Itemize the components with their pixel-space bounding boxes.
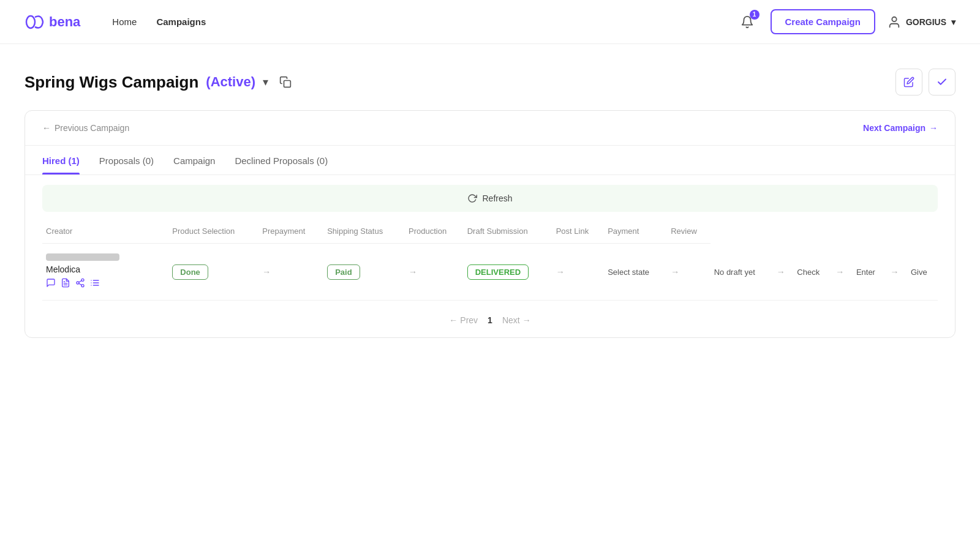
next-page-link[interactable]: Next → <box>502 315 531 325</box>
arrow-icon: → <box>890 267 899 277</box>
draft-submission-value: No draft yet <box>714 268 755 277</box>
navbar: bena Home Campaigns 1 Create Campaign GO… <box>0 0 980 44</box>
creator-name: Melodica <box>46 264 165 274</box>
col-review: Review <box>667 222 710 244</box>
copy-icon[interactable] <box>276 72 295 92</box>
arrow-right-icon: → <box>929 123 938 133</box>
col-draft-submission: Draft Submission <box>464 222 552 244</box>
campaign-header: Spring Wigs Campaign (Active) ▾ <box>24 69 956 96</box>
user-menu[interactable]: GORGIUS ▾ <box>888 15 956 29</box>
current-page: 1 <box>488 315 492 325</box>
document-icon[interactable] <box>61 278 70 290</box>
draft-submission-cell: No draft yet <box>710 244 773 301</box>
share-icon[interactable] <box>75 278 85 290</box>
svg-rect-2 <box>284 81 291 88</box>
col-prepayment: Prepayment <box>258 222 323 244</box>
prev-campaign-link[interactable]: ← Previous Campaign <box>42 123 129 133</box>
prev-page-link[interactable]: ← Prev <box>449 315 478 325</box>
product-selection-badge[interactable]: Done <box>172 264 208 280</box>
campaign-title-row: Spring Wigs Campaign (Active) ▾ <box>24 72 295 92</box>
table-row: Melodica <box>42 244 938 301</box>
notification-button[interactable]: 1 <box>736 11 758 33</box>
arrow-cell-5: → <box>773 244 794 301</box>
page-content: Spring Wigs Campaign (Active) ▾ <box>0 44 980 338</box>
arrow-icon: → <box>556 267 565 277</box>
user-chevron-icon: ▾ <box>951 17 956 27</box>
next-campaign-label: Next Campaign <box>863 123 925 133</box>
arrow-left-icon: ← <box>42 123 51 133</box>
svg-line-9 <box>79 280 82 282</box>
logo[interactable]: bena <box>24 11 80 33</box>
shipping-badge[interactable]: DELIVERED <box>467 264 529 280</box>
tab-campaign[interactable]: Campaign <box>173 146 215 174</box>
tab-proposals[interactable]: Proposals (0) <box>99 146 154 174</box>
table-wrap: Creator Product Selection Prepayment Shi… <box>25 222 955 301</box>
creator-icons <box>46 278 165 290</box>
pagination: ← Prev 1 Next → <box>25 301 955 337</box>
arrow-cell-2: → <box>405 244 464 301</box>
col-production: Production <box>405 222 464 244</box>
user-name: GORGIUS <box>906 17 946 27</box>
prev-campaign-label: Previous Campaign <box>55 123 129 133</box>
refresh-bar[interactable]: Refresh <box>42 185 938 212</box>
svg-line-8 <box>79 283 82 285</box>
nav-campaigns[interactable]: Campaigns <box>156 17 206 27</box>
refresh-label: Refresh <box>482 193 512 203</box>
tab-hired[interactable]: Hired (1) <box>42 146 80 174</box>
arrow-icon: → <box>835 267 844 277</box>
arrow-cell-4: → <box>667 244 710 301</box>
svg-point-1 <box>892 17 896 21</box>
post-link-action[interactable]: Check <box>797 268 820 277</box>
campaign-title: Spring Wigs Campaign <box>24 73 198 92</box>
arrow-icon: → <box>777 267 785 277</box>
prev-page-label: Prev <box>460 315 478 325</box>
campaign-navigation: ← Previous Campaign Next Campaign → <box>25 111 955 146</box>
col-payment: Payment <box>604 222 667 244</box>
campaign-status: (Active) <box>206 74 255 90</box>
main-card: ← Previous Campaign Next Campaign → Hire… <box>24 110 956 338</box>
create-campaign-button[interactable]: Create Campaign <box>771 9 875 34</box>
arrow-icon: → <box>671 267 679 277</box>
svg-point-0 <box>26 16 35 28</box>
review-cell: Give <box>907 244 938 301</box>
next-page-label: Next <box>502 315 520 325</box>
list-icon[interactable] <box>90 278 100 290</box>
arrow-cell-3: → <box>552 244 604 301</box>
col-post-link: Post Link <box>552 222 604 244</box>
edit-button[interactable] <box>895 69 922 96</box>
prepayment-badge[interactable]: Paid <box>327 264 360 280</box>
check-button[interactable] <box>929 69 956 96</box>
nav-home[interactable]: Home <box>112 17 137 27</box>
product-selection-cell: Done <box>168 244 258 301</box>
next-campaign-link[interactable]: Next Campaign → <box>863 123 938 133</box>
production-cell: Select state <box>604 244 667 301</box>
arrow-cell-1: → <box>258 244 323 301</box>
col-creator: Creator <box>42 222 168 244</box>
payment-action[interactable]: Enter <box>856 268 875 277</box>
arrow-icon: → <box>262 267 271 277</box>
review-action[interactable]: Give <box>911 268 927 277</box>
notification-badge: 1 <box>750 10 760 20</box>
tabs: Hired (1) Proposals (0) Campaign Decline… <box>25 146 955 175</box>
prepayment-cell: Paid <box>323 244 405 301</box>
col-product-selection: Product Selection <box>168 222 258 244</box>
payment-cell: Enter <box>853 244 887 301</box>
arrow-cell-6: → <box>832 244 853 301</box>
shipping-cell: DELIVERED <box>464 244 552 301</box>
table-header-row: Creator Product Selection Prepayment Shi… <box>42 222 938 244</box>
nav-right: 1 Create Campaign GORGIUS ▾ <box>736 9 956 34</box>
campaign-dropdown-icon[interactable]: ▾ <box>263 75 268 89</box>
tab-declined-proposals[interactable]: Declined Proposals (0) <box>235 146 328 174</box>
header-actions <box>895 69 956 96</box>
production-select[interactable]: Select state <box>608 268 649 277</box>
chat-icon[interactable] <box>46 278 56 290</box>
creator-avatar-bar <box>46 253 119 261</box>
prev-arrow-icon: ← <box>449 315 458 325</box>
hired-table: Creator Product Selection Prepayment Shi… <box>42 222 938 301</box>
creator-cell: Melodica <box>42 244 168 301</box>
arrow-icon: → <box>409 267 417 277</box>
next-arrow-icon: → <box>522 315 531 325</box>
col-shipping-status: Shipping Status <box>323 222 405 244</box>
arrow-cell-7: → <box>886 244 907 301</box>
post-link-cell: Check <box>793 244 832 301</box>
